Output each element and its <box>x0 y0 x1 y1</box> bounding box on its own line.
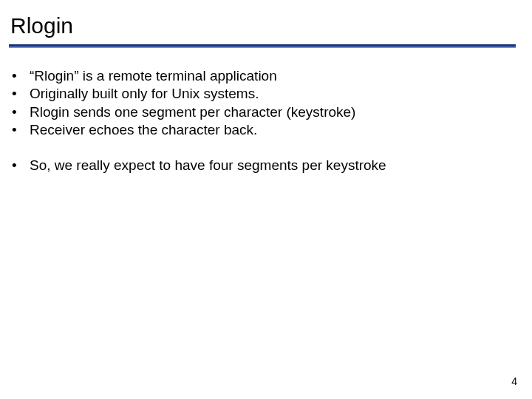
bullet-text: Originally built only for Unix systems. <box>30 85 259 103</box>
list-item: • Receiver echoes the character back. <box>12 121 514 139</box>
title-rule <box>9 44 516 48</box>
spacer <box>10 139 514 157</box>
list-item: • Rlogin sends one segment per character… <box>12 103 514 121</box>
slide: Rlogin • “Rlogin” is a remote terminal a… <box>0 0 532 399</box>
bullet-icon: • <box>12 121 30 139</box>
bullet-icon: • <box>12 103 30 121</box>
bullet-text: “Rlogin” is a remote terminal applicatio… <box>30 67 277 85</box>
bullet-icon: • <box>12 157 30 174</box>
bullet-icon: • <box>12 85 30 103</box>
bullet-list-a: • “Rlogin” is a remote terminal applicat… <box>10 67 514 139</box>
bullet-text: Receiver echoes the character back. <box>30 121 257 139</box>
slide-title: Rlogin <box>10 13 514 38</box>
list-item: • So, we really expect to have four segm… <box>12 157 514 174</box>
bullet-icon: • <box>12 67 30 85</box>
bullet-list-b: • So, we really expect to have four segm… <box>10 157 514 174</box>
page-number: 4 <box>511 375 517 387</box>
bullet-text: Rlogin sends one segment per character (… <box>30 103 355 121</box>
slide-body: • “Rlogin” is a remote terminal applicat… <box>10 67 514 175</box>
list-item: • “Rlogin” is a remote terminal applicat… <box>12 67 514 85</box>
bullet-text: So, we really expect to have four segmen… <box>30 157 386 174</box>
list-item: • Originally built only for Unix systems… <box>12 85 514 103</box>
